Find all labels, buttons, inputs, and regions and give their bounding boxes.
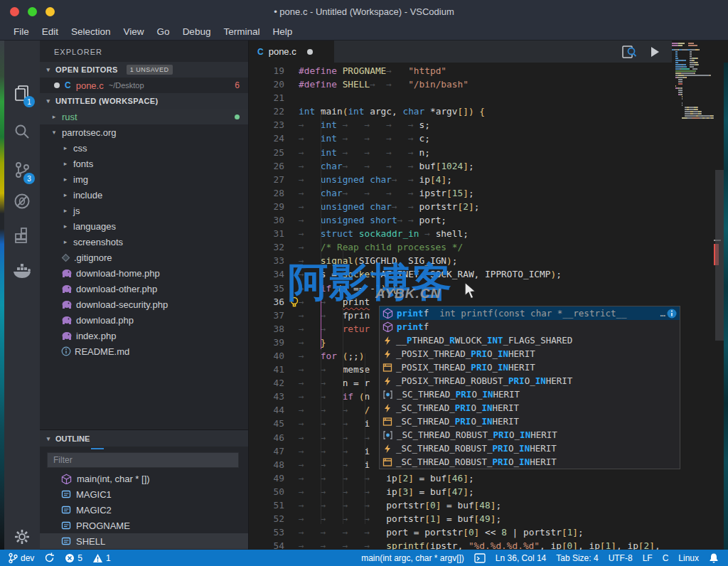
suggest-item-8[interactable]: _SC_THREAD_PRIO_INHERIT: [380, 415, 680, 428]
module-icon: [382, 417, 392, 427]
outline-header[interactable]: ▾ OUTLINE: [40, 429, 248, 447]
outline-item-magic2[interactable]: MAGIC2: [40, 502, 248, 518]
tree-item-css[interactable]: ▸css: [40, 140, 248, 156]
menu-help[interactable]: Help: [266, 24, 299, 39]
suggest-item-11[interactable]: _SC_THREAD_ROBUST_PRIO_INHERIT: [380, 455, 680, 469]
code-line-19[interactable]: 19#define PROGNAME→ "httpd": [249, 64, 724, 78]
code-line-20[interactable]: 20#define SHELL→ → "/bin/bash": [249, 78, 724, 91]
line-number: 20: [249, 78, 284, 91]
tree-item-screenshots[interactable]: ▸screenshots: [40, 234, 248, 250]
tree-item-rust[interactable]: ▸rust: [40, 109, 248, 124]
lightbulb-icon[interactable]: [289, 297, 299, 308]
tab-pone-c[interactable]: C pone.c: [249, 41, 334, 63]
status-right-item-4[interactable]: UTF-8: [604, 550, 638, 566]
activity-bar: 13: [4, 41, 40, 550]
outline-item-main-int-char-[interactable]: main(int, char * []): [40, 471, 248, 486]
suggest-item-3[interactable]: _POSIX_THREAD_PRIO_INHERIT: [380, 347, 680, 361]
suggest-label: printf: [397, 308, 429, 319]
outline-item-progname[interactable]: PROGNAME: [40, 518, 248, 533]
status-right-item-7[interactable]: Linux: [673, 550, 704, 566]
open-editor-item-pone[interactable]: C pone.c ~/Desktop 6: [40, 78, 248, 93]
tree-item-fonts[interactable]: ▸fonts: [40, 156, 248, 171]
tree-item-js[interactable]: ▸js: [40, 203, 248, 218]
suggest-item-6[interactable]: _SC_THREAD_PRIO_INHERIT: [380, 388, 680, 401]
menu-file[interactable]: File: [7, 24, 36, 39]
tree-item-download-php[interactable]: download.php: [40, 312, 248, 328]
status-sync[interactable]: [39, 550, 60, 566]
status-warning[interactable]: 1: [87, 550, 116, 566]
window-title: • pone.c - Untitled (Workspace) - VSCodi…: [0, 6, 728, 17]
lightbulb-icon[interactable]: [289, 297, 299, 311]
suggest-info-icon[interactable]: [667, 309, 677, 319]
outline-filter-input[interactable]: [47, 452, 239, 468]
menu-view[interactable]: View: [117, 24, 151, 39]
menu-go[interactable]: Go: [151, 24, 176, 39]
maximize-button[interactable]: [46, 7, 55, 16]
tree-item-parrotsec-org[interactable]: ▾parrotsec.org: [40, 124, 248, 140]
preview-search-icon[interactable]: [621, 45, 637, 59]
menu-terminal[interactable]: Terminal: [217, 24, 266, 39]
activity-explorer-icon[interactable]: 1: [4, 78, 40, 109]
run-icon[interactable]: [648, 46, 661, 58]
status-right-item-0[interactable]: main(int argc, char * argv[]): [356, 550, 469, 566]
manage-gear-button[interactable]: [4, 521, 40, 552]
activity-extensions-icon[interactable]: [4, 220, 40, 251]
line-number: 52: [249, 512, 284, 525]
suggest-item-4[interactable]: _POSIX_THREAD_PRIO_INHERIT: [380, 361, 680, 374]
status-right-item-5[interactable]: LF: [638, 550, 658, 566]
suggest-item-0[interactable]: printfint printf(const char *__restrict_…: [380, 306, 680, 320]
menu-debug[interactable]: Debug: [176, 24, 218, 39]
code-line-21[interactable]: 21: [249, 91, 724, 105]
suggest-item-2[interactable]: __PTHREAD_RWLOCK_INT_FLAGS_SHARED: [380, 333, 680, 347]
extensions-icon: [13, 226, 31, 245]
line-content: → int → → → → s;: [284, 118, 430, 132]
open-editors-header[interactable]: ▾ OPEN EDITORS 1 UNSAVED: [40, 62, 248, 78]
tree-item-index-php[interactable]: index.php: [40, 328, 248, 343]
status-terminal[interactable]: [469, 550, 491, 566]
code-line-54[interactable]: 54→ → → → sprintf(ipstr, "%d.%d.%d.%d", …: [249, 539, 724, 550]
tree-item-readme-md[interactable]: README.md: [40, 343, 248, 359]
tree-item-languages[interactable]: ▸languages: [40, 218, 248, 234]
code-line-53[interactable]: 53→ → → → port = portstr[0] << 8 | ports…: [249, 525, 724, 539]
suggest-label: _SC_THREAD_ROBUST_PRIO_INHERIT: [397, 429, 557, 440]
status-bell[interactable]: [704, 550, 724, 566]
activity-docker-icon[interactable]: [4, 255, 40, 287]
status-right-item-3[interactable]: Tab Size: 4: [551, 550, 603, 566]
event-icon: [382, 376, 392, 386]
outline-item-shell[interactable]: SHELL: [40, 533, 248, 549]
menu-edit[interactable]: Edit: [36, 24, 65, 39]
suggest-item-10[interactable]: _SC_THREAD_ROBUST_PRIO_INHERIT: [380, 442, 680, 455]
activity-debug-icon[interactable]: [4, 186, 40, 217]
activity-source-control-icon[interactable]: 3: [4, 154, 40, 186]
scrollbar-thumb[interactable]: [715, 170, 724, 341]
outline-item-magic1[interactable]: MAGIC1: [40, 486, 248, 502]
suggest-item-9[interactable]: _SC_THREAD_ROBUST_PRIO_INHERIT: [380, 428, 680, 442]
workspace-header[interactable]: ▾ UNTITLED (WORKSPACE): [40, 93, 248, 109]
tree-item--gitignore[interactable]: .gitignore: [40, 250, 248, 265]
menu-selection[interactable]: Selection: [65, 24, 117, 39]
status-right-item-2[interactable]: Ln 36, Col 14: [491, 550, 551, 566]
close-button[interactable]: [10, 7, 19, 16]
tree-item-download-security-php[interactable]: download-security.php: [40, 297, 248, 312]
suggest-item-5[interactable]: _POSIX_THREAD_ROBUST_PRIO_INHERIT: [380, 374, 680, 388]
tree-item-img[interactable]: ▸img: [40, 171, 248, 187]
open-editor-filename: pone.c: [76, 80, 104, 91]
line-number: 22: [249, 105, 284, 118]
tree-item-download-other-php[interactable]: download-other.php: [40, 281, 248, 297]
activity-search-icon[interactable]: [4, 116, 40, 147]
php-icon: [61, 284, 73, 294]
suggest-item-1[interactable]: printf: [380, 320, 680, 333]
tree-item-download-home-php[interactable]: download-home.php: [40, 265, 248, 281]
error-icon: [65, 553, 75, 563]
tree-item-label: download.php: [76, 315, 134, 326]
tree-item-label: js: [73, 205, 80, 216]
tree-item-label: screenshots: [73, 237, 123, 247]
minimize-button[interactable]: [28, 7, 37, 16]
status-branch[interactable]: dev: [3, 550, 39, 566]
tree-item-include[interactable]: ▸include: [40, 187, 248, 203]
status-right-item-6[interactable]: C: [658, 550, 674, 566]
editor-scrollbar[interactable]: [714, 41, 724, 526]
status-error[interactable]: 5: [60, 550, 87, 566]
suggest-item-7[interactable]: _SC_THREAD_PRIO_INHERIT: [380, 401, 680, 415]
line-content: → int → → → → c;: [284, 132, 430, 145]
